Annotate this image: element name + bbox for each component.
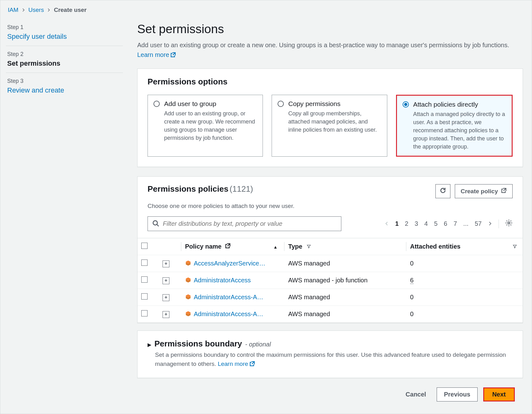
policy-name-link[interactable]: AdministratorAccess xyxy=(194,277,251,284)
caret-right-icon: ▶ xyxy=(148,342,151,348)
row-checkbox[interactable] xyxy=(141,276,148,283)
row-checkbox[interactable] xyxy=(141,310,148,316)
row-checkbox[interactable] xyxy=(141,260,148,266)
divider xyxy=(499,220,499,228)
radio-icon xyxy=(153,101,160,107)
policy-type: AWS managed xyxy=(284,306,406,323)
policy-type: AWS managed xyxy=(284,255,406,272)
footer-actions: Cancel Previous Next xyxy=(137,378,523,401)
policies-subtitle: Choose one or more policies to attach to… xyxy=(138,203,523,210)
step-1[interactable]: Step 1 Specify user details xyxy=(6,19,123,46)
external-link-icon xyxy=(170,51,176,56)
permissions-boundary-panel: ▶ Permissions boundary - optional Set a … xyxy=(137,331,523,378)
filter-input[interactable] xyxy=(148,216,341,231)
table-row: +AdministratorAccess-A…AWS managed0 xyxy=(138,306,523,323)
radio-icon xyxy=(403,101,409,108)
page-last[interactable]: 57 xyxy=(475,220,482,227)
permissions-policies-panel: Permissions policies (1121) Create polic… xyxy=(137,176,523,323)
option-add-to-group[interactable]: Add user to group Add user to an existin… xyxy=(148,95,263,157)
option-copy-permissions[interactable]: Copy permissions Copy all group membersh… xyxy=(272,95,387,157)
page-title: Set permissions xyxy=(137,22,523,36)
option-desc: Copy all group memberships, attached man… xyxy=(288,109,381,134)
page-6[interactable]: 6 xyxy=(444,220,447,227)
step-label: Step 2 xyxy=(7,51,122,58)
page-3[interactable]: 3 xyxy=(414,220,418,227)
learn-more-link[interactable]: Learn more xyxy=(218,361,255,367)
boundary-optional: - optional xyxy=(245,341,271,348)
search-icon xyxy=(152,220,159,228)
policy-name-link[interactable]: AdministratorAccess-A… xyxy=(194,310,263,317)
option-title: Add user to group xyxy=(164,100,257,108)
external-link-icon xyxy=(501,188,507,195)
panel-title: Permissions options xyxy=(138,69,523,95)
expand-button[interactable]: + xyxy=(163,277,169,284)
page-ellipsis: ... xyxy=(463,220,469,227)
col-entities[interactable]: Attached entities xyxy=(406,238,523,255)
expand-button[interactable]: + xyxy=(163,294,169,301)
svg-point-1 xyxy=(508,222,510,224)
page-7[interactable]: 7 xyxy=(454,220,457,227)
col-expand xyxy=(159,238,181,255)
previous-button[interactable]: Previous xyxy=(437,387,477,401)
gear-icon xyxy=(505,221,513,228)
col-select xyxy=(138,238,159,255)
col-policy-name[interactable]: Policy name xyxy=(181,238,284,255)
step-title: Specify user details xyxy=(7,33,122,41)
cancel-button[interactable]: Cancel xyxy=(401,387,431,401)
page-4[interactable]: 4 xyxy=(424,220,428,227)
external-link-icon xyxy=(249,360,255,366)
table-row: +AdministratorAccessAWS managed - job fu… xyxy=(138,272,523,289)
policy-entities: 0 xyxy=(406,255,523,272)
settings-button[interactable] xyxy=(505,219,513,228)
refresh-button[interactable] xyxy=(435,184,450,198)
option-desc: Add user to an existing group, or create… xyxy=(164,109,257,142)
pagination: 1 2 3 4 5 6 7 ... 57 xyxy=(384,219,513,228)
next-button[interactable]: Next xyxy=(483,387,515,401)
permissions-options-panel: Permissions options Add user to group Ad… xyxy=(137,68,523,167)
filter-text-field[interactable] xyxy=(163,220,337,227)
page-5[interactable]: 5 xyxy=(434,220,438,227)
learn-more-link[interactable]: Learn more xyxy=(137,51,176,58)
policies-table: Policy name Type Attached entities xyxy=(138,238,523,323)
boundary-description: Set a permissions boundary to control th… xyxy=(138,351,523,378)
expand-button[interactable]: + xyxy=(163,260,169,267)
boundary-toggle[interactable]: ▶ Permissions boundary - optional xyxy=(138,331,523,351)
policy-name-link[interactable]: AdministratorAccess-A… xyxy=(194,294,263,300)
page-1[interactable]: 1 xyxy=(395,220,399,227)
step-title: Review and create xyxy=(7,86,122,94)
step-label: Step 3 xyxy=(7,78,122,84)
row-checkbox[interactable] xyxy=(141,293,148,300)
breadcrumb-iam[interactable]: IAM xyxy=(8,7,18,13)
radio-icon xyxy=(278,101,284,107)
col-type[interactable]: Type xyxy=(284,238,406,255)
page-next[interactable] xyxy=(488,220,492,227)
option-title: Copy permissions xyxy=(288,100,381,108)
main-content: Set permissions Add user to an existing … xyxy=(128,16,532,408)
page-2[interactable]: 2 xyxy=(405,220,408,227)
step-2[interactable]: Step 2 Set permissions xyxy=(6,46,123,73)
external-link-icon xyxy=(225,243,231,250)
step-3[interactable]: Step 3 Review and create xyxy=(6,73,123,99)
breadcrumb-current: Create user xyxy=(54,7,87,13)
expand-button[interactable]: + xyxy=(163,311,169,318)
policy-entities: 0 xyxy=(406,289,523,306)
policy-entities: 6 xyxy=(406,272,523,289)
filter-icon xyxy=(513,243,517,250)
option-attach-policies[interactable]: Attach policies directly Attach a manage… xyxy=(396,95,513,157)
chevron-right-icon xyxy=(47,7,51,13)
select-all-checkbox[interactable] xyxy=(141,243,148,249)
step-title: Set permissions xyxy=(7,59,122,68)
breadcrumb: IAM Users Create user xyxy=(0,0,532,16)
wizard-steps: Step 1 Specify user details Step 2 Set p… xyxy=(0,16,128,408)
page-container: IAM Users Create user Step 1 Specify use… xyxy=(0,0,532,414)
breadcrumb-users[interactable]: Users xyxy=(28,7,44,13)
option-title: Attach policies directly xyxy=(413,101,506,108)
policies-title: Permissions policies xyxy=(148,184,228,194)
svg-point-0 xyxy=(153,221,158,225)
option-desc: Attach a managed policy directly to a us… xyxy=(413,110,506,151)
page-description: Add user to an existing group or create … xyxy=(137,40,523,60)
page-prev[interactable] xyxy=(384,220,389,227)
policy-name-link[interactable]: AccessAnalyzerService… xyxy=(194,260,265,267)
create-policy-button[interactable]: Create policy xyxy=(455,184,513,198)
boundary-title: Permissions boundary xyxy=(154,339,242,349)
